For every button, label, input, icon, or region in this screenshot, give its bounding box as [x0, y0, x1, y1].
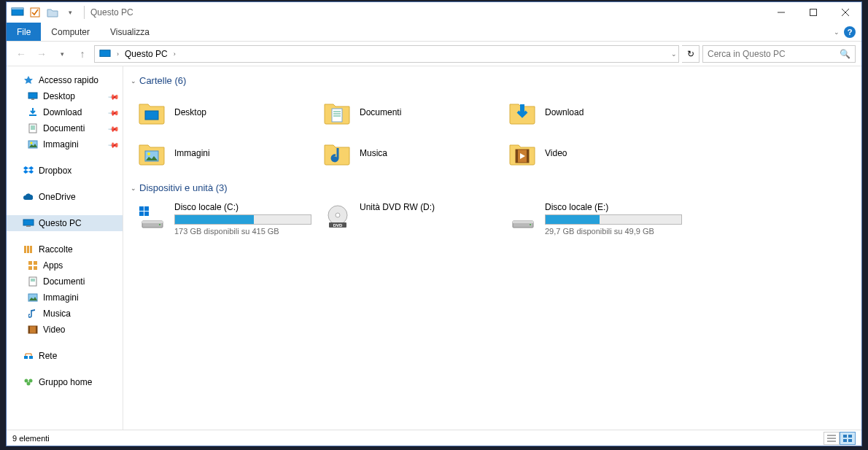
sidebar-this-pc[interactable]: Questo PC [7, 215, 123, 231]
minimize-button[interactable] [765, 2, 797, 23]
svg-rect-40 [332, 109, 342, 122]
sidebar-onedrive[interactable]: OneDrive [7, 189, 123, 205]
navigation-bar: ← → ▾ ↑ › Questo PC › ⌄ ↻ 🔍 [7, 42, 861, 66]
onedrive-icon [23, 191, 34, 203]
pin-icon: 📌 [108, 106, 120, 118]
pin-icon: 📌 [108, 123, 120, 134]
search-box[interactable]: 🔍 [702, 45, 856, 63]
svg-marker-8 [24, 76, 33, 84]
chevron-down-icon: ⌄ [131, 185, 136, 192]
sidebar-item-label: Raccolte [39, 244, 73, 255]
svg-point-17 [31, 142, 33, 144]
folder-label: Musica [360, 148, 387, 158]
sidebar-item-downloads[interactable]: Download 📌 [7, 104, 123, 120]
view-toggle [824, 432, 856, 445]
breadcrumb-separator-icon[interactable]: › [172, 50, 177, 58]
svg-rect-1 [12, 8, 23, 9]
svg-rect-33 [36, 326, 37, 333]
back-button[interactable]: ← [12, 45, 30, 63]
status-bar: 9 elementi [7, 430, 861, 446]
sidebar-item-lib-pictures[interactable]: Immagini [7, 290, 123, 306]
star-icon [23, 74, 34, 86]
close-button[interactable] [829, 2, 861, 23]
sidebar-item-lib-documents[interactable]: Documenti [7, 274, 123, 290]
pictures-icon [27, 292, 39, 303]
up-button[interactable]: ↑ [74, 45, 91, 63]
sidebar-item-lib-video[interactable]: Video [7, 322, 123, 338]
svg-rect-20 [24, 246, 26, 253]
sidebar-network[interactable]: Rete [7, 348, 123, 364]
download-icon [27, 106, 39, 118]
breadcrumb-separator-icon[interactable]: › [115, 50, 120, 58]
window-title: Questo PC [88, 7, 133, 18]
folder-item[interactable]: Immagini [132, 133, 317, 174]
address-bar[interactable]: › Questo PC › ⌄ [94, 45, 679, 63]
breadcrumb-item[interactable]: Questo PC [122, 49, 171, 59]
sidebar-item-pictures[interactable]: Immagini 📌 [7, 136, 123, 152]
folder-item[interactable]: Video [503, 133, 688, 174]
sidebar-item-documents[interactable]: Documenti 📌 [7, 120, 123, 136]
sidebar-item-label: Accesso rapido [39, 75, 98, 85]
explorer-window: ▾ Questo PC File Computer Visualizza ⌄ ?… [6, 1, 862, 446]
search-input[interactable] [708, 49, 840, 59]
tab-computer[interactable]: Computer [41, 23, 100, 41]
qat-dropdown-icon[interactable]: ▾ [62, 4, 78, 20]
tab-view[interactable]: Visualizza [100, 23, 160, 41]
new-folder-icon[interactable] [44, 4, 61, 20]
section-devices-header[interactable]: ⌄ Dispositivi e unità (3) [123, 179, 861, 196]
app-icon[interactable] [9, 4, 26, 20]
drive-capacity-bar [174, 214, 311, 225]
devices-grid: Disco locale (C:)173 GB disponibili su 4… [123, 196, 861, 244]
sidebar-item-label: Immagini [43, 292, 79, 303]
sidebar-item-label: Documenti [43, 123, 85, 133]
help-icon[interactable]: ? [844, 26, 856, 38]
drive-item[interactable]: DVDUnità DVD RW (D:) [317, 199, 503, 238]
drive-capacity-bar [545, 214, 682, 225]
svg-rect-21 [27, 246, 29, 253]
forward-button[interactable]: → [33, 45, 50, 63]
ribbon-expand-icon[interactable]: ⌄ [834, 28, 840, 36]
sidebar-libraries[interactable]: Raccolte [7, 241, 123, 257]
folder-item[interactable]: Documenti [317, 92, 503, 133]
drive-label: Disco locale (C:) [174, 202, 314, 212]
folder-label: Documenti [360, 107, 401, 117]
svg-rect-71 [848, 439, 852, 442]
svg-rect-68 [843, 435, 847, 438]
details-view-button[interactable] [824, 432, 840, 445]
sidebar-item-desktop[interactable]: Desktop 📌 [7, 88, 123, 104]
document-icon [27, 276, 39, 287]
tiles-view-button[interactable] [840, 432, 856, 445]
file-tab[interactable]: File [7, 23, 41, 41]
drive-icon [138, 202, 167, 231]
ribbon-tabs: File Computer Visualizza ⌄ ? [7, 23, 861, 42]
drive-item[interactable]: Disco locale (C:)173 GB disponibili su 4… [132, 199, 317, 238]
address-history-dropdown[interactable]: ⌄ [671, 50, 677, 58]
drive-item[interactable]: Disco locale (E:)29,7 GB disponibili su … [503, 199, 688, 238]
titlebar-separator [84, 6, 85, 19]
sidebar-homegroup[interactable]: Gruppo home [7, 374, 123, 390]
sidebar-item-lib-music[interactable]: Musica [7, 306, 123, 322]
section-folders-header[interactable]: ⌄ Cartelle (6) [123, 72, 861, 89]
svg-rect-7 [100, 50, 110, 56]
sidebar-item-label: Documenti [43, 276, 85, 287]
svg-text:DVD: DVD [333, 223, 343, 228]
sidebar-item-label: Questo PC [39, 218, 82, 228]
folder-item[interactable]: Download [503, 92, 688, 133]
svg-rect-34 [24, 356, 28, 359]
sidebar-quick-access[interactable]: Accesso rapido [7, 72, 123, 88]
svg-rect-48 [516, 150, 518, 163]
folder-icon [508, 139, 538, 168]
sidebar-item-apps[interactable]: Apps [7, 257, 123, 274]
sidebar-item-label: OneDrive [39, 192, 76, 202]
folder-item[interactable]: Musica [317, 133, 503, 174]
sidebar-dropbox[interactable]: Dropbox [7, 163, 123, 179]
maximize-button[interactable] [797, 2, 829, 23]
folder-item[interactable]: Desktop [132, 92, 317, 133]
svg-rect-9 [28, 93, 37, 98]
refresh-button[interactable]: ↻ [682, 45, 700, 63]
svg-rect-51 [139, 206, 144, 211]
recent-dropdown[interactable]: ▾ [53, 45, 71, 63]
properties-icon[interactable] [27, 4, 43, 20]
breadcrumb-root-icon[interactable] [96, 49, 114, 59]
window-controls [765, 2, 861, 23]
